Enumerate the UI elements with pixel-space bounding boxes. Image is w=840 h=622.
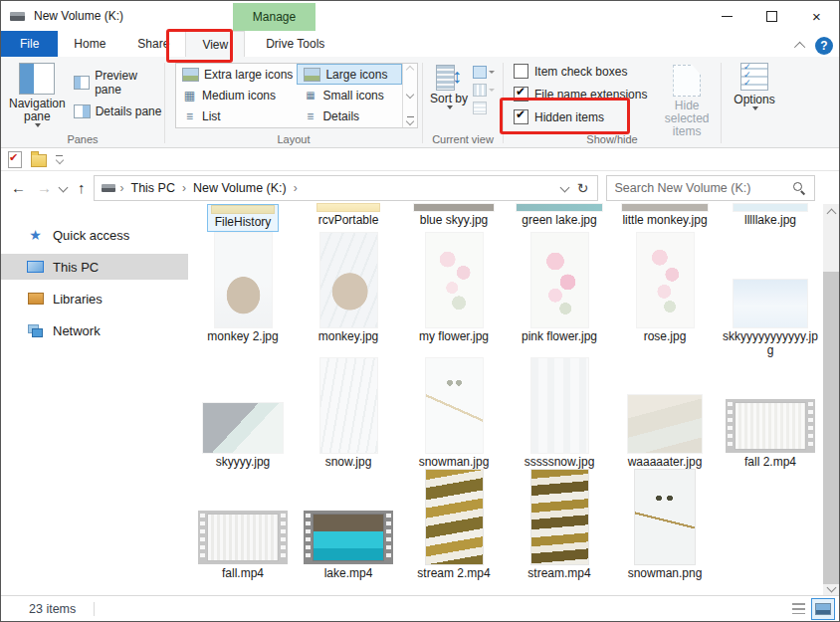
sort-by-label: Sort by bbox=[430, 93, 468, 105]
group-by-button[interactable] bbox=[473, 66, 495, 79]
drive-icon bbox=[10, 12, 25, 21]
details-view-button[interactable] bbox=[787, 599, 809, 619]
search-box[interactable] bbox=[606, 175, 815, 201]
file-item[interactable]: skkyyyyyyyyyyy.jpg bbox=[718, 232, 823, 357]
file-thumbnail bbox=[426, 358, 483, 453]
navigation-pane-button[interactable]: Navigation pane bbox=[9, 63, 66, 127]
sidebar-item-label: Libraries bbox=[53, 292, 103, 307]
explorer-window: New Volume (K:) Manage × File Home Share… bbox=[0, 0, 840, 622]
recent-locations-icon[interactable] bbox=[59, 183, 69, 193]
file-item[interactable]: stream 2.mp4 bbox=[401, 469, 507, 580]
details-pane-button[interactable]: Details pane bbox=[74, 104, 164, 118]
file-item[interactable]: waaaaater.jpg bbox=[612, 357, 718, 469]
forward-button[interactable]: → bbox=[37, 180, 52, 195]
customize-toolbar-icon[interactable] bbox=[56, 155, 63, 163]
layout-extra-large-icons[interactable]: Extra large icons bbox=[176, 64, 297, 85]
sidebar-item-quick-access[interactable]: ★Quick access bbox=[1, 222, 188, 248]
gallery-more-icon[interactable] bbox=[407, 116, 414, 124]
checkbox-checked-icon: ✔ bbox=[514, 109, 528, 124]
thumbnail-view-button[interactable] bbox=[811, 598, 835, 620]
scroll-track[interactable] bbox=[823, 222, 840, 578]
gallery-up-icon[interactable] bbox=[406, 66, 414, 74]
file-item[interactable]: skyyyy.jpg bbox=[190, 357, 296, 469]
properties-button[interactable]: ✔ bbox=[8, 151, 22, 168]
sidebar-item-network[interactable]: Network bbox=[1, 317, 188, 343]
close-icon: × bbox=[812, 9, 821, 24]
size-columns-button[interactable] bbox=[473, 102, 495, 114]
thumbnail-area bbox=[296, 232, 401, 327]
add-columns-button[interactable] bbox=[473, 84, 495, 97]
back-button[interactable]: ← bbox=[11, 180, 26, 195]
file-item[interactable]: fall.mp4 bbox=[190, 469, 296, 580]
file-item[interactable]: fall 2.mp4 bbox=[718, 357, 823, 469]
file-item[interactable]: monkey.jpg bbox=[296, 232, 401, 357]
drive-icon bbox=[102, 184, 115, 192]
file-name-extensions-checkbox[interactable]: ✔ File name extensions bbox=[514, 87, 647, 102]
close-button[interactable]: × bbox=[794, 1, 839, 31]
address-bar[interactable]: › This PC › New Volume (K:) › ↻ bbox=[94, 175, 598, 201]
file-item[interactable]: snowman.png bbox=[612, 469, 718, 580]
help-icon[interactable]: ? bbox=[815, 37, 833, 55]
preview-pane-button[interactable]: Preview pane bbox=[74, 69, 164, 97]
layout-small-icons[interactable]: ▦ Small icons bbox=[297, 85, 402, 105]
layout-list[interactable]: ≡ List bbox=[176, 105, 297, 126]
file-label: waaaaater.jpg bbox=[628, 455, 703, 469]
chevron-down-icon bbox=[35, 123, 41, 127]
sidebar-item-this-pc[interactable]: This PC bbox=[1, 254, 188, 280]
search-icon[interactable] bbox=[792, 181, 806, 195]
file-item[interactable]: pink flower.jpg bbox=[507, 232, 612, 357]
minimize-button[interactable] bbox=[705, 1, 749, 31]
contextual-tab-manage[interactable]: Manage bbox=[233, 3, 315, 31]
file-item[interactable]: lake.mp4 bbox=[296, 469, 401, 580]
sidebar-item-libraries[interactable]: Libraries bbox=[1, 286, 188, 311]
address-dropdown-icon[interactable] bbox=[559, 183, 569, 193]
new-folder-button[interactable] bbox=[31, 154, 47, 167]
options-button[interactable]: ✓✓✓ Options bbox=[734, 63, 774, 110]
tab-view[interactable]: View bbox=[185, 31, 245, 57]
tab-home[interactable]: Home bbox=[58, 31, 121, 57]
up-button[interactable]: ↑ bbox=[78, 180, 86, 195]
sort-by-button[interactable]: ↕ Sort by bbox=[429, 63, 469, 114]
file-item[interactable]: rcvPortable bbox=[296, 204, 401, 232]
maximize-button[interactable] bbox=[749, 1, 794, 31]
navigation-pane-icon bbox=[19, 63, 55, 95]
file-item[interactable]: lllllake.jpg bbox=[718, 204, 823, 232]
ribbon-group-layout: Extra large icons Large icons ▦ Medium i… bbox=[165, 57, 422, 147]
tab-share[interactable]: Share bbox=[121, 31, 185, 57]
hide-selected-items-button[interactable]: Hide selected items bbox=[653, 64, 721, 138]
layout-item-label: Medium icons bbox=[202, 89, 276, 103]
hidden-items-checkbox[interactable]: ✔ Hidden items bbox=[514, 109, 647, 124]
layout-details[interactable]: ≡ Details bbox=[297, 105, 402, 126]
file-item[interactable]: rose.jpg bbox=[612, 232, 718, 357]
file-thumbnail bbox=[426, 233, 483, 327]
breadcrumb-this-pc[interactable]: This PC bbox=[125, 181, 181, 195]
file-item[interactable]: little monkey.jpg bbox=[612, 204, 718, 232]
file-item[interactable]: stream.mp4 bbox=[507, 469, 612, 580]
file-item[interactable]: monkey 2.jpg bbox=[190, 232, 296, 357]
file-item[interactable]: snowman.jpg bbox=[401, 357, 507, 469]
tab-drive-tools[interactable]: Drive Tools bbox=[250, 31, 340, 57]
group-label-show-hide: Show/hide bbox=[504, 133, 721, 145]
file-item[interactable]: blue skyy.jpg bbox=[401, 204, 507, 232]
scroll-thumb[interactable] bbox=[823, 272, 840, 584]
gallery-down-icon[interactable] bbox=[406, 91, 414, 99]
layout-large-icons-selected[interactable]: Large icons bbox=[297, 64, 402, 85]
scroll-up-button[interactable] bbox=[823, 204, 840, 222]
file-item[interactable]: my flower.jpg bbox=[401, 232, 507, 357]
file-label: my flower.jpg bbox=[419, 329, 489, 343]
layout-medium-icons[interactable]: ▦ Medium icons bbox=[176, 85, 297, 105]
breadcrumb-new-volume[interactable]: New Volume (K:) bbox=[187, 181, 293, 195]
file-item[interactable]: FileHistory bbox=[190, 204, 296, 232]
thumbnail-area bbox=[401, 469, 507, 564]
item-check-boxes-checkbox[interactable]: Item check boxes bbox=[514, 64, 647, 79]
group-label-panes: Panes bbox=[1, 133, 164, 145]
search-input[interactable] bbox=[607, 181, 792, 195]
file-item[interactable]: green lake.jpg bbox=[507, 204, 612, 232]
layout-gallery-scrollbar[interactable] bbox=[402, 64, 417, 127]
file-item[interactable]: snow.jpg bbox=[296, 357, 401, 469]
refresh-icon[interactable]: ↻ bbox=[577, 181, 589, 195]
tab-file[interactable]: File bbox=[1, 31, 58, 57]
vertical-scrollbar[interactable] bbox=[823, 204, 840, 596]
file-item[interactable]: sssssnow.jpg bbox=[507, 357, 612, 469]
thumbnail-area bbox=[612, 357, 718, 453]
